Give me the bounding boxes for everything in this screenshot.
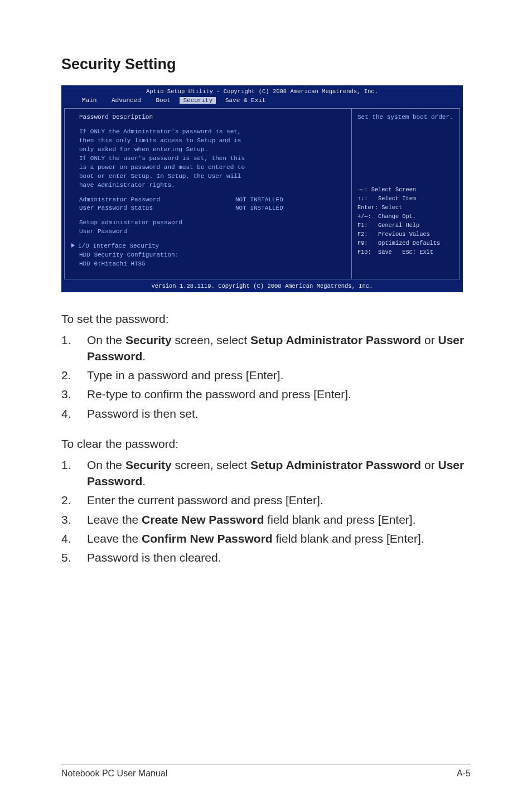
- step-text: Type in a password and press [Enter].: [87, 368, 471, 383]
- clear-password-steps: 1. On the Security screen, select Setup …: [61, 457, 471, 566]
- bios-help-context: Set the system boot order.: [357, 113, 454, 186]
- step-number: 3.: [61, 512, 87, 528]
- bios-tab-save-exit: Save & Exit: [220, 97, 272, 104]
- bold-run: Confirm New Password: [142, 532, 273, 545]
- text-run: Leave the: [87, 513, 142, 526]
- step-number: 1.: [61, 332, 87, 348]
- footer-left: Notebook PC User Manual: [61, 769, 167, 779]
- step-text: Password is then set.: [87, 406, 471, 422]
- bios-desc-line: If ONLY the user's password is set, then…: [79, 154, 344, 163]
- step-text: Password is then cleared.: [87, 550, 471, 566]
- page-footer: Notebook PC User Manual A-5: [61, 765, 471, 779]
- step-number: 3.: [61, 386, 87, 402]
- text-run: Leave the: [87, 532, 142, 545]
- bios-body: Password Description If ONLY the Adminis…: [62, 106, 462, 281]
- bios-tab-advanced: Advanced: [106, 97, 147, 104]
- step-number: 5.: [61, 550, 87, 566]
- text-run: .: [142, 475, 146, 487]
- text-run: On the: [87, 334, 125, 346]
- text-run: field blank and press [Enter].: [264, 513, 416, 526]
- document-body: To set the password: 1. On the Security …: [61, 311, 471, 566]
- bios-tab-security: Security: [180, 97, 216, 104]
- bios-desc-line: is a power on password and must be enter…: [79, 163, 344, 172]
- text-run: or: [421, 458, 438, 471]
- step-text: On the Security screen, select Setup Adm…: [87, 332, 471, 364]
- bios-tab-main: Main: [76, 97, 102, 104]
- bios-password-items: Setup administrator password User Passwo…: [79, 219, 344, 236]
- bios-setup-admin-password-item: Setup administrator password: [79, 219, 344, 228]
- bios-password-status-block: Administrator Password NOT INSTALLED Use…: [79, 196, 344, 214]
- list-item: 2. Enter the current password and press …: [61, 492, 471, 508]
- bios-help-line: →←: Select Screen: [357, 186, 416, 193]
- list-item: 3. Leave the Create New Password field b…: [61, 512, 471, 528]
- list-item: 3. Re-type to confirm the password and p…: [61, 386, 471, 402]
- list-item: 1. On the Security screen, select Setup …: [61, 332, 471, 364]
- bios-key-help: →←: Select Screen ↑↓: Select Item Enter:…: [357, 186, 454, 257]
- step-text: Enter the current password and press [En…: [87, 492, 471, 508]
- bios-hdd-device-line: HDD 0:Hitachi HTS5: [79, 260, 344, 269]
- bios-help-line: +/—: Change Opt.: [357, 213, 416, 220]
- bios-hdd-config-line: HDD Security Configuration:: [79, 251, 344, 260]
- bios-io-hdd-block: I/O Interface Security HDD Security Conf…: [79, 242, 344, 269]
- bios-desc-line: only asked for when entering Setup.: [79, 146, 344, 154]
- bios-help-line: ↑↓: Select Item: [357, 195, 416, 202]
- bios-admin-password-value: NOT INSTALLED: [235, 196, 283, 205]
- bios-admin-password-row: Administrator Password NOT INSTALLED: [79, 196, 344, 205]
- text-run: field blank and press [Enter].: [273, 532, 424, 545]
- bios-admin-password-label: Administrator Password: [79, 196, 235, 205]
- bios-tab-row: Main Advanced Boot Security Save & Exit: [62, 96, 462, 106]
- bios-user-password-status-label: User Password Status: [79, 204, 235, 213]
- set-password-lead: To set the password:: [61, 311, 471, 327]
- bios-titlebar: Aptio Setup Utility - Copyright (C) 2008…: [62, 86, 462, 96]
- bios-footer: Version 1.28.1119. Copyright (C) 2008 Am…: [62, 281, 462, 292]
- text-run: .: [142, 350, 146, 363]
- bios-password-description-text: If ONLY the Administrator's password is …: [79, 128, 344, 190]
- text-run: screen, select: [172, 458, 250, 471]
- bold-run: Security: [125, 458, 172, 471]
- bold-run: Create New Password: [142, 513, 264, 526]
- bios-tab-boot: Boot: [150, 97, 176, 104]
- text-run: screen, select: [172, 334, 250, 346]
- list-item: 5. Password is then cleared.: [61, 550, 471, 566]
- step-number: 4.: [61, 406, 87, 422]
- bios-help-line: Enter: Select: [357, 204, 402, 211]
- clear-password-lead: To clear the password:: [61, 436, 471, 452]
- bold-run: Setup Administrator Password: [250, 458, 421, 471]
- step-number: 1.: [61, 457, 87, 473]
- section-heading: Security Setting: [61, 56, 471, 73]
- step-number: 4.: [61, 531, 87, 547]
- bios-screenshot: Aptio Setup Utility - Copyright (C) 2008…: [61, 85, 463, 292]
- list-item: 4. Leave the Confirm New Password field …: [61, 531, 471, 547]
- bios-left-pane: Password Description If ONLY the Adminis…: [64, 108, 351, 279]
- bold-run: Setup Administrator Password: [250, 334, 421, 346]
- bios-user-password-item: User Password: [79, 228, 344, 236]
- bios-io-interface-security-item: I/O Interface Security: [79, 242, 344, 251]
- bios-help-line: F1: General Help: [357, 222, 419, 229]
- bios-desc-line: boot or enter Setup. In Setup, the User …: [79, 172, 344, 181]
- bold-run: Security: [125, 334, 172, 346]
- bios-desc-line: then this only limits access to Setup an…: [79, 137, 344, 146]
- bios-desc-line: If ONLY the Administrator's password is …: [79, 128, 344, 137]
- bios-help-line: F9: Optimized Defaults: [357, 240, 440, 247]
- bios-password-description-heading: Password Description: [79, 113, 344, 122]
- bios-help-line: F2: Previous Values: [357, 231, 430, 238]
- bios-right-pane: Set the system boot order. →←: Select Sc…: [351, 108, 460, 279]
- text-run: or: [421, 334, 438, 346]
- step-text: Leave the Create New Password field blan…: [87, 512, 471, 528]
- list-item: 1. On the Security screen, select Setup …: [61, 457, 471, 489]
- list-item: 2. Type in a password and press [Enter].: [61, 368, 471, 383]
- bios-help-line: F10: Save ESC: Exit: [357, 249, 433, 255]
- footer-right: A-5: [457, 769, 471, 779]
- step-text: On the Security screen, select Setup Adm…: [87, 457, 471, 489]
- step-text: Re-type to confirm the password and pres…: [87, 386, 471, 402]
- bios-user-password-status-row: User Password Status NOT INSTALLED: [79, 204, 344, 213]
- set-password-steps: 1. On the Security screen, select Setup …: [61, 332, 471, 422]
- step-number: 2.: [61, 368, 87, 383]
- list-item: 4. Password is then set.: [61, 406, 471, 422]
- step-text: Leave the Confirm New Password field bla…: [87, 531, 471, 547]
- bios-user-password-status-value: NOT INSTALLED: [235, 204, 283, 213]
- text-run: On the: [87, 458, 125, 471]
- bios-desc-line: have Administrator rights.: [79, 181, 344, 190]
- step-number: 2.: [61, 492, 87, 508]
